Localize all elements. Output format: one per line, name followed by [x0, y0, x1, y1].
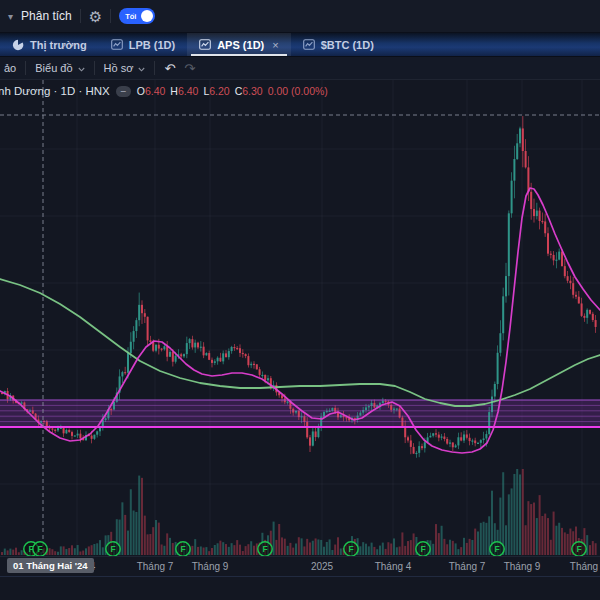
time-axis-label: Tháng 7 — [137, 561, 174, 572]
divider — [154, 61, 155, 75]
tab-label: $BTC (1D) — [321, 39, 374, 51]
tab-aps-1d[interactable]: APS (1D) × — [187, 33, 291, 56]
tab-label: LPB (1D) — [129, 39, 175, 51]
low-value: 6.20 — [209, 85, 229, 97]
time-axis[interactable]: 01 Tháng Hai '24 Tháng 4Tháng 7Tháng 920… — [0, 556, 600, 577]
divider — [94, 61, 95, 75]
time-axis-label: Tháng 7 — [449, 561, 486, 572]
tab-label: Thị trường — [30, 39, 87, 51]
chart-icon — [303, 39, 315, 50]
dividend-event-marker[interactable]: F — [176, 542, 190, 556]
svg-text:F: F — [262, 544, 267, 554]
chart-tab-bar: Thị trường LPB (1D) APS (1D) × $BTC (1D) — [0, 33, 600, 57]
crosshair-date-tooltip: 01 Tháng Hai '24 — [7, 558, 94, 573]
svg-text:F: F — [180, 544, 185, 554]
pie-chart-icon — [12, 39, 24, 51]
svg-text:F: F — [576, 544, 581, 554]
tab-btc-1d[interactable]: $BTC (1D) — [291, 33, 386, 56]
dividend-event-marker[interactable]: F — [572, 542, 586, 556]
change-value: 0.00 (0.00%) — [268, 85, 328, 97]
chart-menu-label: Biểu đồ — [35, 62, 72, 74]
chart-icon — [111, 39, 123, 50]
svg-text:F: F — [348, 544, 353, 554]
chart-toolbar: ảo Biểu đồ Hồ sơ ↶ ↷ — [0, 57, 600, 80]
gear-icon[interactable]: ⚙ — [89, 9, 102, 24]
close-tab-icon[interactable]: × — [272, 39, 278, 51]
dividend-event-marker[interactable]: F — [33, 542, 47, 556]
time-axis-label: Tháng 9 — [504, 561, 541, 572]
price-chart-canvas[interactable]: FFFFFFFFF — [0, 80, 600, 600]
menu-caret-icon[interactable]: ▾ — [8, 11, 13, 22]
svg-text:F: F — [37, 544, 42, 554]
tab-thi-truong[interactable]: Thị trường — [0, 33, 99, 56]
divider — [110, 9, 111, 23]
dividend-event-marker[interactable]: F — [416, 542, 430, 556]
tab-label: APS (1D) — [217, 39, 264, 51]
dividend-event-marker[interactable]: F — [106, 542, 120, 556]
dividend-event-marker[interactable]: F — [258, 542, 272, 556]
close-value: 6.30 — [242, 85, 262, 97]
high-value: 6.40 — [178, 85, 198, 97]
symbol-legend[interactable]: nh Dương · 1D · HNX – O6.40 H6.40 L6.20 … — [0, 85, 328, 97]
dividend-event-marker[interactable]: F — [490, 542, 504, 556]
chart-icon — [199, 39, 211, 50]
high-label: H — [170, 85, 178, 97]
indicators-button[interactable]: ảo — [4, 62, 16, 74]
svg-text:F: F — [420, 544, 425, 554]
chart-pane[interactable]: FFFFFFFFF nh Dương · 1D · HNX – O6.40 H6… — [0, 80, 600, 600]
hide-series-icon[interactable]: – — [116, 86, 131, 97]
time-axis-label: Tháng — [570, 561, 598, 572]
ohlc-readout: O6.40 H6.40 L6.20 C6.30 0.00 (0.00%) — [137, 85, 328, 97]
indicators-label: ảo — [4, 62, 16, 74]
symbol-title: nh Dương · 1D · HNX — [0, 85, 110, 97]
open-label: O — [137, 85, 145, 97]
dark-mode-toggle[interactable]: Tối — [119, 8, 155, 24]
redo-icon: ↷ — [184, 61, 195, 76]
page-title: Phân tích — [21, 9, 72, 23]
profile-menu-button[interactable]: Hồ sơ — [104, 62, 146, 74]
dark-mode-toggle-label: Tối — [125, 12, 136, 21]
time-axis-label: Tháng 9 — [192, 561, 229, 572]
divider — [25, 61, 26, 75]
chevron-down-icon — [138, 67, 145, 72]
undo-icon[interactable]: ↶ — [164, 61, 175, 76]
top-bar: ▾ Phân tích ⚙ Tối — [0, 0, 600, 33]
svg-text:F: F — [494, 544, 499, 554]
time-axis-label: Tháng 4 — [375, 561, 412, 572]
divider — [80, 9, 81, 23]
tab-lpb-1d[interactable]: LPB (1D) — [99, 33, 187, 56]
open-value: 6.40 — [145, 85, 165, 97]
profile-menu-label: Hồ sơ — [104, 62, 134, 74]
chevron-down-icon — [78, 67, 85, 72]
chart-menu-button[interactable]: Biểu đồ — [35, 62, 84, 74]
svg-text:F: F — [110, 544, 115, 554]
dividend-event-marker[interactable]: F — [344, 542, 358, 556]
analysis-window: ▾ Phân tích ⚙ Tối Thị trường LPB (1D) — [0, 0, 600, 600]
time-axis-label: 2025 — [311, 561, 333, 572]
toggle-knob — [141, 10, 153, 22]
